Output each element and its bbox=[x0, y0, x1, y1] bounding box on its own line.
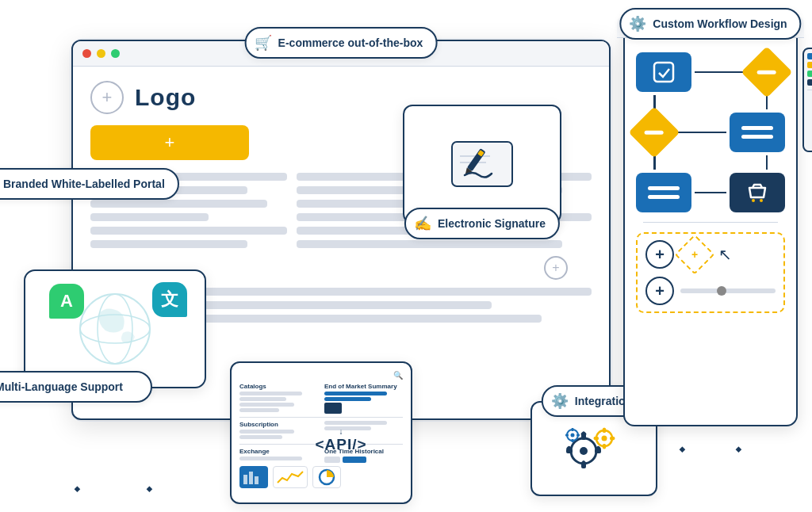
line bbox=[90, 227, 287, 235]
search-icon: 🔍 bbox=[393, 371, 403, 380]
dp-search: 🔍 bbox=[239, 371, 403, 380]
dp-catalogs-row: Catalogs End of Market Summary bbox=[239, 383, 403, 414]
api-text: <API/> bbox=[315, 436, 366, 453]
esig-label: Electronic Signature bbox=[438, 217, 546, 230]
wf-row2 bbox=[636, 113, 785, 152]
wf-slider[interactable] bbox=[680, 288, 776, 293]
conn-v3 bbox=[653, 155, 656, 170]
dp-chart1 bbox=[239, 466, 268, 488]
line bbox=[297, 240, 562, 248]
line-icon bbox=[648, 186, 680, 190]
workflow-icon: ⚙️ bbox=[629, 15, 646, 32]
dot-red bbox=[82, 49, 91, 58]
conn-v2 bbox=[766, 95, 768, 109]
dp-chart3 bbox=[312, 466, 341, 488]
line-icon bbox=[741, 135, 773, 139]
line-icon bbox=[648, 195, 680, 199]
line bbox=[90, 200, 267, 208]
wf-node-basket bbox=[730, 173, 785, 212]
dp-line bbox=[239, 403, 294, 407]
swatch-blue bbox=[807, 53, 812, 59]
dp-blue-bar bbox=[324, 392, 387, 395]
dp-catalogs-label: Catalogs bbox=[239, 383, 318, 390]
wf-plus-btn2[interactable]: + bbox=[645, 277, 674, 305]
multilang-label: Multi-Language Support bbox=[0, 380, 123, 393]
dp-exchange-label: Exchange bbox=[239, 448, 318, 455]
line bbox=[90, 213, 209, 221]
dp-sub-col: Subscription bbox=[239, 421, 318, 441]
swatch-dark bbox=[807, 79, 812, 86]
svg-rect-0 bbox=[452, 142, 512, 186]
dp-divider bbox=[239, 417, 403, 418]
dp-dark-sq bbox=[324, 403, 342, 414]
ecommerce-label: E-commerce out-of-the-box bbox=[278, 36, 423, 49]
dp-line bbox=[239, 397, 286, 401]
dp-catalogs-col: Catalogs bbox=[239, 383, 318, 414]
speech-bubble-zh: 文 bbox=[152, 282, 187, 317]
swatch-divider bbox=[807, 90, 812, 90]
svg-rect-35 bbox=[572, 428, 574, 431]
yellow-button[interactable]: + bbox=[90, 125, 249, 160]
logo-plus: + bbox=[90, 81, 124, 114]
conn-v4 bbox=[766, 155, 768, 170]
wf-diamond2 bbox=[628, 106, 680, 158]
main-arrow1: ⬥ bbox=[73, 480, 82, 496]
line-icon bbox=[741, 126, 773, 130]
dp-line bbox=[239, 457, 302, 460]
speech-bubble-a: A bbox=[49, 284, 84, 319]
dp-line bbox=[324, 421, 387, 425]
arrow-down2: ⬥ bbox=[734, 440, 743, 457]
svg-rect-38 bbox=[576, 434, 580, 437]
branded-label: Branded White-Labelled Portal bbox=[3, 178, 165, 190]
workflow-badge: ⚙️ Custom Workflow Design bbox=[619, 8, 801, 40]
wf-row1 bbox=[636, 52, 785, 92]
dp-line bbox=[239, 408, 279, 412]
main-arrow2: ⬥ bbox=[145, 480, 154, 496]
dp-line bbox=[239, 392, 302, 395]
slider-knob[interactable] bbox=[717, 286, 726, 296]
multilang-badge: 🌐 Multi-Language Support bbox=[0, 371, 152, 403]
wf-plus-btn1[interactable]: + bbox=[645, 240, 674, 269]
dp-eom-col: End of Market Summary bbox=[324, 383, 403, 414]
workflow-panel: ⚙️ Custom Workflow Design bbox=[623, 22, 798, 426]
cursor-icon: ↖ bbox=[718, 245, 732, 264]
svg-rect-9 bbox=[243, 475, 247, 484]
svg-point-34 bbox=[571, 434, 575, 437]
svg-point-14 bbox=[580, 447, 588, 455]
arrow-down1: ⬥ bbox=[678, 440, 687, 457]
minus-icon1 bbox=[757, 71, 776, 75]
dp-line bbox=[239, 435, 282, 439]
integration-icon: ⚙️ bbox=[551, 392, 569, 410]
dot-yellow bbox=[97, 49, 105, 58]
minus-icon2 bbox=[645, 131, 664, 135]
wf-diamond1 bbox=[741, 46, 792, 97]
dp-blue-bar bbox=[324, 397, 371, 401]
swatch-green bbox=[807, 71, 812, 77]
branded-badge: 🏷️ Branded White-Labelled Portal bbox=[0, 168, 179, 200]
svg-point-24 bbox=[602, 436, 607, 441]
dp-hist-bar2 bbox=[343, 457, 366, 463]
wf-row3 bbox=[636, 173, 785, 212]
api-section: ↓ <API/> bbox=[315, 427, 366, 453]
svg-rect-36 bbox=[572, 439, 574, 442]
wf-dashed-section: + + ↖ + bbox=[636, 232, 785, 313]
esig-badge: ✍️ Electronic Signature bbox=[404, 208, 560, 239]
svg-point-41 bbox=[760, 199, 763, 202]
dot-green bbox=[111, 49, 120, 58]
main-bottom-arrows: ⬥ ⬥ bbox=[73, 480, 154, 496]
plus-in-diamond: + bbox=[691, 248, 698, 261]
dp-eom-label: End of Market Summary bbox=[324, 383, 403, 390]
plus-circle[interactable]: + bbox=[544, 256, 568, 280]
svg-rect-11 bbox=[255, 476, 259, 484]
gears-svg bbox=[558, 421, 630, 476]
svg-rect-37 bbox=[565, 434, 569, 437]
wf-divider bbox=[643, 222, 777, 223]
pen-svg bbox=[450, 140, 514, 188]
wf-plus-slider-row: + bbox=[645, 277, 776, 305]
swatch-bar: + ⬚ T ⬒ bbox=[802, 48, 812, 152]
dp-hist-bar bbox=[324, 457, 340, 463]
line bbox=[90, 240, 247, 248]
wf-node-lines2 bbox=[636, 173, 691, 212]
dp-chart-row bbox=[239, 466, 403, 488]
wf-dashed-diamond: + bbox=[675, 235, 715, 275]
